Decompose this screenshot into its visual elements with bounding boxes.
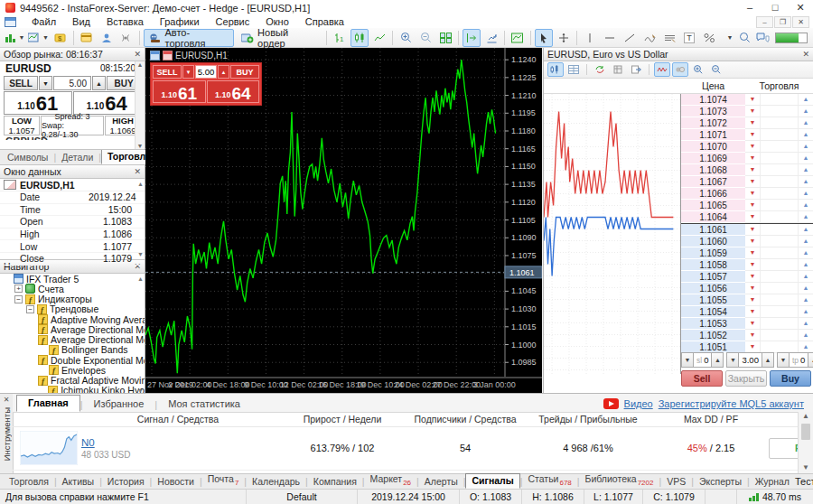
dom-zoom-in-icon[interactable] [690, 62, 706, 77]
menu-item-Файл[interactable]: Файл [23, 16, 64, 27]
dom-table-mode-icon[interactable] [565, 62, 582, 77]
signals-tab-Главная[interactable]: Главная [16, 395, 80, 412]
sell-caret-icon[interactable]: ▼ [745, 224, 761, 235]
buy-caret-icon[interactable]: ▲ [798, 211, 813, 222]
mql5-register-link[interactable]: Зарегистрируйте MQL5 аккаунт [659, 398, 804, 409]
zoom-out-button[interactable] [416, 29, 435, 47]
buy-caret-icon[interactable]: ▲ [798, 318, 813, 329]
scroll-down-icon[interactable]: ▼ [137, 251, 144, 257]
buy-caret-icon[interactable]: ▲ [798, 341, 813, 352]
tp-up-icon[interactable]: ▲ [808, 352, 813, 368]
templates-button[interactable] [509, 29, 527, 47]
dom-price-cell[interactable]: 1.1057 [681, 271, 745, 283]
dom-price-cell[interactable]: 1.1073 [681, 106, 745, 117]
sell-caret-icon[interactable]: ▼ [745, 94, 761, 105]
chart-area[interactable]: 1.12401.12251.12101.11951.11801.11651.11… [145, 48, 542, 393]
buy-caret-icon[interactable]: ▲ [798, 153, 813, 163]
tp-value[interactable]: 0 [800, 355, 805, 365]
sell-caret-icon[interactable]: ▼ [745, 294, 761, 305]
expand-icon[interactable]: + [14, 285, 23, 293]
tab-Символы[interactable]: Символы [2, 151, 53, 164]
bottom-tab-Почта[interactable]: Почта7 [202, 472, 245, 489]
tree-item-Fractal Adaptive Moving[interactable]: fFractal Adaptive Moving [0, 376, 145, 386]
sell-caret-icon[interactable]: ▼ [745, 341, 761, 352]
tp-down-icon[interactable]: ▼ [777, 352, 790, 368]
signals-tab-Моя статистика[interactable]: Моя статистика [157, 397, 251, 412]
vertical-line-button[interactable] [581, 29, 599, 47]
dom-price-cell[interactable]: 1.1060 [681, 236, 745, 247]
sell-caret-icon[interactable]: ▼ [745, 153, 761, 163]
buy-caret-icon[interactable]: ▲ [798, 259, 813, 270]
signal-name-link[interactable]: N0 [81, 437, 95, 448]
bottom-tab-VPS[interactable]: VPS [661, 475, 691, 489]
buy-caret-icon[interactable]: ▲ [798, 141, 813, 152]
dom-refresh-icon[interactable] [592, 62, 608, 77]
volume-down-icon[interactable]: ▼ [39, 76, 52, 90]
video-link[interactable]: Видео [624, 398, 653, 409]
dom-price-cell[interactable]: 1.1055 [681, 294, 745, 306]
bar-chart-button[interactable]: 1 [331, 29, 349, 47]
bottom-tab-Эксперты[interactable]: Эксперты [694, 475, 747, 489]
volume-up-icon[interactable]: ▲ [762, 352, 774, 368]
close-icon[interactable]: ✕ [134, 50, 141, 59]
close-icon[interactable]: ✕ [802, 50, 809, 59]
collapse-icon[interactable]: − [14, 295, 23, 303]
horizontal-line-button[interactable] [601, 29, 619, 47]
oct-volume-down-icon[interactable]: ▼ [182, 65, 194, 79]
free-button[interactable]: FREE [769, 438, 799, 459]
tree-item-Adaptive Moving Averag[interactable]: fAdaptive Moving Averag [0, 314, 145, 324]
tree-item-IFX Trader 5[interactable]: IFX Trader 5 [0, 274, 145, 284]
search-icon[interactable] [739, 32, 751, 43]
bottom-tab-Активы[interactable]: Активы [57, 475, 100, 489]
sell-caret-icon[interactable]: ▼ [745, 200, 761, 210]
buy-caret-icon[interactable]: ▲ [798, 224, 813, 235]
dom-volumes-icon[interactable] [672, 62, 688, 77]
child-close-icon[interactable]: ✕ [792, 16, 809, 28]
menu-item-Сервис[interactable]: Сервис [208, 16, 258, 27]
bottom-tab-Сигналы[interactable]: Сигналы [465, 473, 519, 489]
fibonacci-button[interactable] [640, 29, 659, 47]
buy-caret-icon[interactable]: ▲ [798, 283, 813, 294]
bottom-tab-Торговля[interactable]: Торговля [4, 475, 54, 489]
dom-price-cell[interactable]: 1.1070 [681, 141, 745, 153]
minimize-icon[interactable]: – [737, 0, 762, 15]
dom-price-cell[interactable]: 1.1058 [681, 259, 745, 271]
dom-price-cell[interactable]: 1.1067 [681, 176, 745, 188]
dom-price-cell[interactable]: 1.1052 [681, 330, 745, 341]
text-button[interactable]: T [680, 29, 698, 47]
objects-dropdown-icon[interactable]: ▼ [720, 29, 738, 47]
sell-caret-icon[interactable]: ▼ [745, 236, 761, 247]
bottom-tab-История[interactable]: История [102, 475, 150, 489]
tree-item-Envelopes[interactable]: fEnvelopes [0, 365, 145, 375]
dom-price-cell[interactable]: 1.1053 [681, 318, 745, 330]
dom-price-cell[interactable]: 1.1072 [681, 117, 745, 129]
scroll-down-icon[interactable]: ▼ [802, 463, 809, 471]
sell-button[interactable]: SELL [4, 76, 38, 90]
tile-windows-button[interactable] [436, 29, 454, 47]
bottom-tab-Алерты[interactable]: Алерты [419, 475, 463, 489]
toolbox-scrollbar[interactable]: ▲ ▼ [798, 412, 813, 473]
oct-bid-quote[interactable]: 1.1061 [153, 80, 206, 103]
dom-price-cell[interactable]: 1.1056 [681, 283, 745, 294]
shift-chart-button[interactable] [463, 29, 481, 47]
buy-caret-icon[interactable]: ▲ [798, 117, 813, 128]
history-center-button[interactable]: $ [51, 29, 70, 47]
dom-price-cell[interactable]: 1.1064 [681, 211, 745, 223]
close-icon[interactable]: ✕ [4, 396, 10, 404]
tree-item-Индикаторы[interactable]: −fИндикаторы [0, 294, 145, 304]
volume-down-icon[interactable]: ▼ [726, 352, 739, 368]
buy-caret-icon[interactable]: ▲ [798, 306, 813, 317]
cursor-button[interactable] [535, 29, 553, 47]
tree-item-Double Exponential Movi[interactable]: fDouble Exponential Movi [0, 355, 145, 365]
auto-trading-button[interactable]: Авто-торговля [144, 29, 235, 47]
deposit-button[interactable] [78, 29, 96, 47]
menu-item-Вид[interactable]: Вид [64, 16, 98, 27]
sell-caret-icon[interactable]: ▼ [745, 164, 761, 175]
sell-caret-icon[interactable]: ▼ [745, 129, 761, 140]
buy-caret-icon[interactable]: ▲ [798, 164, 813, 175]
sl-down-icon[interactable]: ▼ [681, 352, 694, 368]
oct-volume-input[interactable]: 5.00 [195, 65, 217, 79]
oct-volume-up-icon[interactable]: ▲ [218, 65, 229, 79]
chat-icon[interactable] [756, 33, 770, 43]
dom-close-button[interactable]: Закрыть [725, 370, 767, 387]
